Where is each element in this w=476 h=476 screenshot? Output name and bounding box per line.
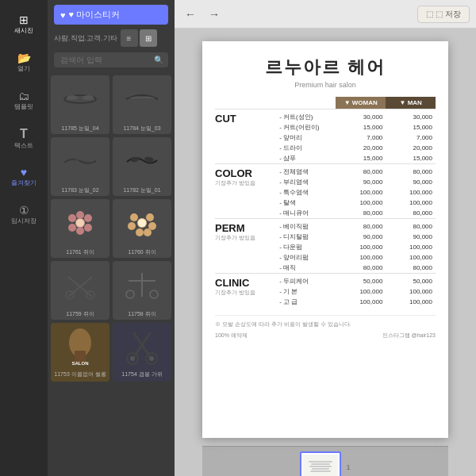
empty-header: [215, 97, 276, 109]
sidebar-item-templates[interactable]: 🗂 템플릿: [6, 83, 41, 117]
item-cut-5: - 샴푸: [276, 153, 336, 164]
panel-controls: 사람.직업.고객.기타 ≡ ⊞: [54, 29, 168, 47]
sticker-item-11785[interactable]: 11785 눈밑_04: [51, 75, 109, 134]
item-clinic-3: - 고 급: [276, 297, 336, 307]
price-cut-1-man: 30,000: [386, 109, 436, 123]
svg-point-9: [84, 224, 92, 232]
thumbnail-page-1[interactable]: [300, 451, 341, 476]
price-color-3-man: 100,000: [386, 187, 436, 198]
price-color-4-woman: 100,000: [336, 198, 386, 208]
grid-row-3: 11761 쥐이 11760 쥐이: [51, 199, 171, 258]
price-perm-4-man: 100,000: [386, 252, 436, 263]
svg-point-3: [130, 156, 140, 163]
price-cut-2-man: 15,000: [386, 122, 436, 132]
sticker-item-11754[interactable]: 11754 겸봉 가위: [113, 323, 171, 382]
save-button[interactable]: ⬚ ⬚ 저장: [417, 6, 470, 23]
price-perm-1-woman: 80,000: [336, 219, 386, 232]
thumb-line: [311, 463, 330, 465]
price-color-1-man: 80,000: [386, 164, 436, 178]
item-perm-5: - 매직: [276, 263, 336, 274]
sidebar-item-favorites[interactable]: ♥ 즐겨찾기: [6, 159, 41, 194]
thumb-line: [312, 468, 329, 470]
price-perm-2-woman: 90,000: [336, 232, 386, 242]
document: 르누아르 헤어 Premium hair salon ▼ WOMAN ▼ MAN…: [202, 41, 448, 438]
sticker-item-11782[interactable]: 11782 눈밑_01: [113, 137, 171, 196]
svg-text:SALON: SALON: [72, 361, 89, 366]
sticker-label: 11753 이름없어 썰롱: [51, 369, 109, 380]
view-mode-buttons: ≡ ⊞: [121, 29, 157, 47]
sticker-label: 11761 쥐이: [51, 247, 109, 258]
sticker-item-11753[interactable]: SALON 11753 이름없어 썰롱: [51, 323, 109, 382]
item-cut-4: - 드라이: [276, 143, 336, 153]
svg-point-18: [136, 228, 144, 236]
sticker-preview: [113, 75, 171, 123]
sticker-label: 11759 쥐이: [51, 309, 109, 320]
price-cut-5-man: 15,000: [386, 153, 436, 164]
section-clinic: CLINIC기장추가 방있음 - 두피케어 50,000 50,000: [215, 274, 436, 287]
svg-point-7: [84, 214, 92, 222]
price-perm-3-woman: 100,000: [336, 242, 386, 252]
item-color-3: - 특수염색: [276, 187, 336, 198]
sidebar-item-new[interactable]: ⊞ 새시진: [6, 6, 41, 41]
svg-point-12: [76, 219, 84, 227]
search-wrap: 🔍: [54, 52, 168, 67]
price-perm-5-man: 80,000: [386, 263, 436, 274]
footer-instagram: 인스타그램 @hair123: [382, 332, 436, 340]
sidebar-item-account[interactable]: ① 임시저장: [6, 197, 41, 232]
search-input[interactable]: [54, 52, 168, 67]
svg-point-2: [83, 95, 94, 100]
sticker-panel: ♥ ♥ 마이스티커 사람.직업.고객.기타 ≡ ⊞ 🔍: [48, 0, 175, 476]
back-button[interactable]: ←: [181, 5, 200, 24]
grid-view-button[interactable]: ⊞: [140, 29, 157, 47]
forward-button[interactable]: →: [205, 5, 224, 24]
folder-icon: 📂: [17, 52, 31, 64]
svg-point-17: [148, 222, 156, 230]
thumb-line: [309, 461, 332, 463]
my-stickers-button[interactable]: ♥ ♥ 마이스티커: [54, 5, 168, 25]
canvas-area[interactable]: 르누아르 헤어 Premium hair salon ▼ WOMAN ▼ MAN…: [175, 29, 476, 476]
price-color-3-woman: 100,000: [336, 187, 386, 198]
templates-icon: 🗂: [18, 90, 29, 102]
sticker-item-11758[interactable]: 11758 쥐이: [113, 261, 171, 320]
list-view-button[interactable]: ≡: [121, 29, 138, 47]
sticker-item-11761[interactable]: 11761 쥐이: [51, 199, 109, 258]
price-clinic-3-woman: 100,000: [336, 297, 386, 307]
sticker-item-11783[interactable]: 11783 눈밑_02: [51, 137, 109, 196]
sticker-label: 11754 겸봉 가위: [113, 369, 171, 380]
price-perm-2-man: 90,000: [386, 232, 436, 242]
item-perm-2: - 디지털펌: [276, 232, 336, 242]
sticker-item-11760[interactable]: 11760 쥐이: [113, 199, 171, 258]
footer-note: ※ 모발 손상도에 따라 추가 비용이 발생할 수 있습니다.: [215, 321, 436, 328]
new-icon: ⊞: [19, 13, 29, 26]
doc-title: 르누아르 헤어: [215, 56, 436, 79]
item-perm-4: - 앞머리펌: [276, 252, 336, 263]
main-area: ← → ⬚ ⬚ 저장 르누아르 헤어 Premium hair salon ▼ …: [175, 0, 476, 476]
sticker-item-11784[interactable]: 11784 눈밑_03: [113, 75, 171, 134]
empty-header2: [276, 97, 336, 109]
price-clinic-2-man: 100,000: [386, 286, 436, 297]
item-color-4: - 탈색: [276, 198, 336, 208]
heart-icon-sm: ♥: [60, 10, 66, 20]
sticker-preview: SALON: [51, 325, 109, 369]
price-color-1-woman: 80,000: [336, 164, 386, 178]
sticker-label: 11758 쥐이: [113, 309, 171, 320]
item-clinic-2: - 기 본: [276, 286, 336, 297]
sticker-item-11759[interactable]: 11759 쥐이: [51, 261, 109, 320]
svg-point-20: [138, 219, 146, 227]
price-cut-4-man: 20,000: [386, 143, 436, 153]
thumb-inner: [303, 455, 338, 476]
doc-subtitle: Premium hair salon: [215, 81, 436, 89]
sticker-grid: 11785 눈밑_04 11784 눈밑_03: [48, 72, 175, 476]
sidebar-item-text[interactable]: T 텍스트: [6, 121, 41, 155]
svg-point-1: [67, 95, 78, 100]
table-header-row: ▼ WOMAN ▼ MAN: [215, 97, 436, 109]
sidebar-item-open[interactable]: 📂 열기: [6, 44, 41, 79]
toolbar: ← → ⬚ ⬚ 저장: [175, 0, 476, 29]
item-perm-3: - 다운펌: [276, 242, 336, 252]
price-perm-3-man: 100,000: [386, 242, 436, 252]
sticker-label: 11782 눈밑_01: [113, 185, 171, 196]
price-clinic-3-man: 100,000: [386, 297, 436, 307]
svg-point-6: [68, 214, 76, 222]
thumb-line: [310, 470, 331, 472]
price-clinic-1-woman: 50,000: [336, 274, 386, 287]
